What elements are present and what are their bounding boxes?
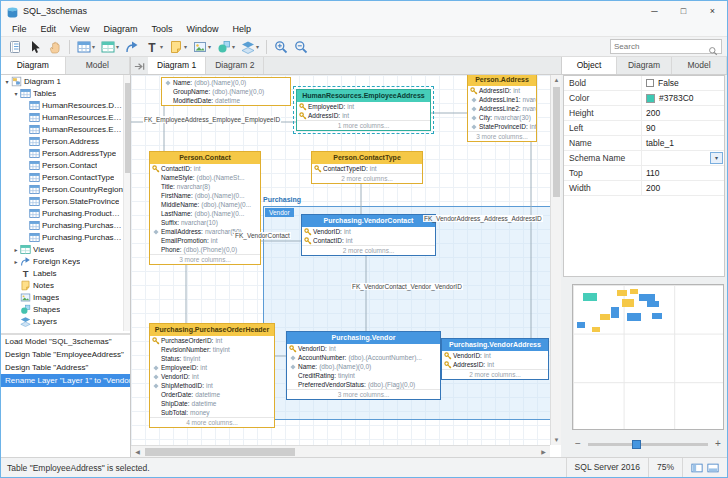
pointer-tool-button[interactable]	[26, 38, 44, 56]
history-item[interactable]: Design Table "EmployeeAddress"	[1, 348, 130, 361]
diagram-tab-diagram-1[interactable]: Diagram 1	[148, 57, 206, 74]
zoom-level-label[interactable]: 75%	[648, 458, 682, 477]
tree-item-person-contacttype[interactable]: Person.ContactType	[1, 171, 123, 183]
new-table-button[interactable]: ▾	[75, 38, 97, 56]
scroll-down-icon[interactable]: ▼	[553, 437, 560, 443]
history-item[interactable]: Design Table "Address"	[1, 361, 130, 374]
property-value[interactable]: ▾	[642, 151, 724, 165]
object-tab-object[interactable]: Object	[562, 57, 617, 74]
property-value[interactable]: table_1	[642, 136, 724, 150]
object-tab-model[interactable]: Model	[672, 57, 727, 74]
menu-window[interactable]: Window	[179, 21, 225, 37]
collapse-arrow-icon[interactable]: ▾	[3, 78, 11, 85]
entity-purchasing-vendoraddress[interactable]: Purchasing.VendorAddressVendorID:intAddr…	[441, 338, 549, 380]
panel-tab-model[interactable]: Model	[66, 57, 131, 74]
tree-item-humanresources-depar[interactable]: HumanResources.Depar...	[1, 99, 123, 111]
entity-header[interactable]: Purchasing.PurchaseOrderHeader	[150, 324, 274, 336]
new-shape-button[interactable]: ▾	[215, 38, 237, 56]
entity-partial-table[interactable]: Name:(dbo).(Name)(0,0)GroupName:(dbo).(N…	[161, 77, 291, 106]
tree-item-purchasing-purchaseor[interactable]: Purchasing.PurchaseOr...	[1, 231, 123, 243]
tree-item-person-stateprovince[interactable]: Person.StateProvince	[1, 195, 123, 207]
new-image-button[interactable]: ▾	[191, 38, 213, 56]
entity-person-contacttype[interactable]: Person.ContactTypeContactTypeID:int2 mor…	[311, 151, 423, 184]
new-label-button[interactable]: T▾	[143, 38, 165, 56]
entity-purchasing-vendorcontact[interactable]: Purchasing.VendorContactVendorID:intCont…	[301, 214, 436, 256]
search-input[interactable]	[614, 42, 708, 51]
entity-header[interactable]: HumanResources.EmployeeAddress	[297, 90, 430, 102]
tree-item-notes[interactable]: Notes	[1, 279, 123, 291]
vertical-scrollbar-thumb[interactable]	[553, 87, 560, 197]
tree-item-humanresources-emplo[interactable]: HumanResources.Emplo...	[1, 111, 123, 123]
collapse-arrow-icon[interactable]: ▾	[12, 90, 20, 97]
dropdown-chevron-icon[interactable]: ▾	[710, 152, 723, 164]
tree-item-images[interactable]: Images	[1, 291, 123, 303]
diagram-canvas[interactable]: PurchasingVendorName:(dbo).(Name)(0,0)Gr…	[131, 75, 550, 445]
entity-header[interactable]: Purchasing.Vendor	[287, 332, 440, 344]
checkbox-unchecked[interactable]	[646, 79, 654, 87]
toggle-bottom-panel-icon[interactable]	[707, 462, 719, 474]
fk-label[interactable]: FK_VendorContact_Vendor_VendorID	[351, 283, 463, 290]
maximize-button[interactable]: □	[669, 1, 698, 21]
tree-item-tables[interactable]: ▾Tables	[1, 87, 123, 99]
panel-tab-diagram[interactable]: Diagram	[1, 57, 66, 74]
fk-label[interactable]: FK_EmployeeAddress_Employee_EmployeeID	[143, 116, 281, 123]
horizontal-scrollbar-thumb[interactable]	[145, 448, 295, 456]
entity-purchasing-purchaseorderheader[interactable]: Purchasing.PurchaseOrderHeaderPurchaseOr…	[149, 323, 275, 428]
fk-label[interactable]: FK_VendorContact	[234, 232, 291, 239]
scroll-left-icon[interactable]: ◀	[134, 449, 141, 455]
menu-tools[interactable]: Tools	[144, 21, 179, 37]
entity-header[interactable]: Person.Address	[468, 75, 536, 86]
menu-edit[interactable]: Edit	[34, 21, 64, 37]
object-tab-diagram[interactable]: Diagram	[617, 57, 672, 74]
entity-header[interactable]: Purchasing.VendorAddress	[442, 339, 548, 351]
tree-item-person-contact[interactable]: Person.Contact	[1, 159, 123, 171]
tree-item-views[interactable]: ▸Views	[1, 243, 123, 255]
menu-file[interactable]: File	[5, 21, 34, 37]
vertical-scrollbar[interactable]: ▲ ▼	[550, 75, 561, 445]
property-value[interactable]: 200	[642, 106, 724, 120]
tree-item-shapes[interactable]: Shapes	[1, 303, 123, 315]
fk-label[interactable]: FK_VendorAddress_Address_AddressID	[423, 215, 543, 222]
property-value[interactable]: #3783C0	[642, 91, 724, 105]
pan-tool-button[interactable]	[46, 38, 64, 56]
new-view-button[interactable]: ▾	[99, 38, 121, 56]
entity-header[interactable]: Person.Contact	[150, 152, 260, 164]
tree-scrollbar[interactable]	[123, 75, 130, 331]
tree-scrollbar-thumb[interactable]	[125, 83, 130, 173]
history-item[interactable]: Rename Layer "Layer 1" to "Vendor"	[1, 374, 130, 387]
entity-humanresources-employeeaddress[interactable]: HumanResources.EmployeeAddressEmployeeID…	[296, 89, 431, 131]
new-foreign-key-button[interactable]	[123, 38, 141, 56]
property-value[interactable]: 110	[642, 166, 724, 180]
entity-person-contact[interactable]: Person.ContactContactID:intNameStyle:(db…	[149, 151, 261, 265]
tree-item-person-countryregion[interactable]: Person.CountryRegion	[1, 183, 123, 195]
zoom-out-button[interactable]: −	[572, 438, 584, 450]
color-swatch[interactable]	[646, 94, 655, 103]
tree-item-humanresources-emplo[interactable]: HumanResources.Emplo...	[1, 123, 123, 135]
entity-purchasing-vendor[interactable]: Purchasing.VendorVendorID:intAccountNumb…	[286, 331, 441, 400]
zoom-in-button[interactable]: +	[712, 438, 724, 450]
entity-person-address[interactable]: Person.AddressAddressID:intAddressLine1:…	[467, 75, 537, 142]
close-button[interactable]: ×	[698, 1, 727, 21]
scroll-right-icon[interactable]: ▶	[540, 449, 547, 455]
new-layer-button[interactable]: ▾	[239, 38, 261, 56]
entity-header[interactable]: Purchasing.VendorContact	[302, 215, 435, 227]
new-note-button[interactable]: ▾	[167, 38, 189, 56]
tab-nav-icon[interactable]	[133, 59, 146, 72]
menu-help[interactable]: Help	[225, 21, 258, 37]
menu-diagram[interactable]: Diagram	[96, 21, 144, 37]
property-value[interactable]: 200	[642, 181, 724, 195]
history-item[interactable]: Load Model "SQL_3schemas"	[1, 335, 130, 348]
expand-arrow-icon[interactable]: ▸	[12, 258, 20, 265]
tree-item-foreign-keys[interactable]: ▸Foreign Keys	[1, 255, 123, 267]
scroll-up-icon[interactable]: ▲	[553, 77, 560, 83]
tree-item-diagram-1[interactable]: ▾Diagram 1	[1, 75, 123, 87]
search-box[interactable]	[610, 39, 722, 54]
entity-header[interactable]: Person.ContactType	[312, 152, 422, 164]
zoom-slider-track[interactable]	[588, 443, 708, 446]
zoom-in-button[interactable]	[272, 38, 290, 56]
new-model-button[interactable]	[6, 38, 24, 56]
property-value[interactable]: False	[642, 76, 724, 90]
expand-arrow-icon[interactable]: ▸	[12, 246, 20, 253]
property-value[interactable]: 90	[642, 121, 724, 135]
tree-item-labels[interactable]: TLabels	[1, 267, 123, 279]
